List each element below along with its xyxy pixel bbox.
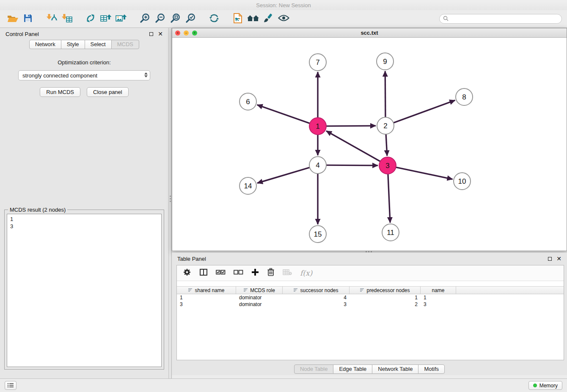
tab-mcds[interactable]: MCDS	[111, 40, 139, 49]
node-15[interactable]: 15	[309, 226, 326, 243]
delete-table-button[interactable]	[283, 269, 292, 277]
vertical-splitter[interactable]	[168, 28, 172, 378]
show-hide-button[interactable]	[276, 12, 291, 26]
import-table-button[interactable]	[59, 12, 74, 26]
table-panel-title: Table Panel	[177, 256, 206, 262]
cell-predecessor-nodes[interactable]: 2	[350, 301, 421, 307]
export-image-button[interactable]	[113, 12, 129, 26]
tab-network[interactable]: Network	[29, 40, 61, 49]
minimize-window-icon[interactable]: −	[184, 30, 189, 36]
network-canvas[interactable]: 1234678910111415	[172, 38, 567, 251]
column-header-mcds-role[interactable]: MCDS role	[236, 287, 283, 294]
zoom-in-button[interactable]	[137, 12, 152, 26]
edge-4-to-3[interactable]	[326, 165, 378, 166]
delete-column-button[interactable]	[267, 268, 275, 278]
tab-network-table[interactable]: Network Table	[372, 364, 418, 374]
cell-successor-nodes[interactable]: 4	[283, 295, 350, 301]
column-header-shared-name[interactable]: shared name	[177, 287, 236, 294]
memory-label: Memory	[539, 383, 558, 389]
cell-shared-name[interactable]: 3	[177, 301, 236, 307]
search-input[interactable]	[451, 16, 558, 22]
criterion-dropdown[interactable]: strongly connected component	[18, 70, 150, 80]
svg-text:4: 4	[316, 161, 319, 169]
edge-2-to-3[interactable]	[386, 134, 387, 156]
paint-style-button[interactable]	[261, 12, 276, 26]
task-history-button[interactable]	[5, 381, 17, 390]
node-6[interactable]: 6	[239, 93, 256, 110]
close-panel-icon[interactable]: ✕	[158, 31, 163, 37]
close-window-icon[interactable]: ×	[175, 30, 180, 36]
node-4[interactable]: 4	[309, 157, 326, 174]
zoom-out-button[interactable]	[152, 12, 168, 26]
node-1[interactable]: 1	[309, 118, 326, 135]
edge-3-to-10[interactable]	[396, 167, 453, 179]
edge-3-to-1[interactable]	[326, 131, 380, 161]
zoom-selected-button[interactable]	[183, 12, 198, 26]
export-image-icon	[115, 13, 127, 25]
column-header-predecessor-nodes[interactable]: predecessor nodes	[350, 287, 421, 294]
column-header-filler	[456, 287, 564, 294]
maximize-window-icon[interactable]: +	[192, 30, 197, 36]
cell-shared-name[interactable]: 1	[177, 295, 236, 301]
column-header-name[interactable]: name	[421, 287, 456, 294]
node-table: shared name MCDS role successor nodes pr…	[177, 286, 564, 308]
float-panel-icon[interactable]	[149, 32, 153, 36]
close-panel-icon[interactable]: ✕	[556, 256, 561, 262]
tab-select[interactable]: Select	[85, 40, 112, 49]
table-row[interactable]: 1 dominator 4 1 1	[177, 294, 564, 301]
cell-mcds-role[interactable]: dominator	[236, 301, 283, 307]
column-header-successor-nodes[interactable]: successor nodes	[283, 287, 350, 294]
cell-predecessor-nodes[interactable]: 1	[350, 295, 421, 301]
edge-4-to-14[interactable]	[257, 168, 310, 183]
save-session-button[interactable]	[20, 12, 36, 26]
import-network-button[interactable]	[44, 12, 59, 26]
cell-name[interactable]: 1	[421, 295, 456, 301]
node-10[interactable]: 10	[454, 173, 471, 190]
node-9[interactable]: 9	[377, 53, 394, 70]
table-row[interactable]: 3 dominator 3 2 3	[177, 301, 564, 308]
network-snapshot-button[interactable]	[230, 12, 245, 26]
tab-edge-table[interactable]: Edge Table	[333, 364, 372, 374]
network-window-titlebar[interactable]: scc.txt × − +	[172, 28, 567, 38]
table-settings-button[interactable]	[183, 268, 191, 278]
tab-motifs[interactable]: Motifs	[418, 364, 445, 374]
deselect-all-columns-button[interactable]	[234, 269, 243, 277]
export-table-button[interactable]	[98, 12, 113, 26]
memory-status-dot	[533, 384, 537, 387]
global-search[interactable]	[439, 14, 562, 24]
first-neighbors-button[interactable]	[245, 12, 261, 26]
edge-1-to-2[interactable]	[326, 126, 376, 126]
add-column-button[interactable]	[251, 268, 259, 278]
float-panel-icon[interactable]	[548, 257, 552, 261]
zoom-selected-icon	[185, 13, 196, 25]
cell-successor-nodes[interactable]: 3	[283, 301, 350, 307]
cell-mcds-role[interactable]: dominator	[236, 295, 283, 301]
table-tabs: Node Table Edge Table Network Table Moti…	[172, 364, 567, 374]
cell-name[interactable]: 3	[421, 301, 456, 307]
node-8[interactable]: 8	[456, 88, 473, 105]
memory-button[interactable]: Memory	[528, 381, 562, 390]
function-builder-button[interactable]: f(x)	[300, 269, 312, 277]
refresh-icon	[209, 13, 220, 25]
zoom-fit-button[interactable]	[168, 12, 183, 26]
node-3[interactable]: 3	[379, 157, 396, 174]
close-panel-button[interactable]: Close panel	[87, 87, 129, 97]
tab-style[interactable]: Style	[61, 40, 85, 49]
tab-node-table[interactable]: Node Table	[294, 364, 334, 374]
edge-3-to-11[interactable]	[388, 174, 390, 223]
run-mcds-button[interactable]: Run MCDS	[40, 87, 80, 97]
node-2[interactable]: 2	[377, 117, 394, 134]
import-table-icon	[61, 13, 73, 25]
trash-icon	[267, 268, 275, 278]
export-network-button[interactable]	[83, 12, 98, 26]
node-11[interactable]: 11	[382, 224, 399, 241]
select-all-columns-button[interactable]	[216, 269, 226, 277]
edge-2-to-8[interactable]	[394, 100, 455, 123]
split-column-button[interactable]	[199, 268, 208, 278]
edge-2-to-9[interactable]	[385, 71, 385, 117]
open-session-button[interactable]	[5, 12, 20, 26]
node-7[interactable]: 7	[309, 54, 326, 71]
node-14[interactable]: 14	[239, 177, 256, 194]
edge-1-to-6[interactable]	[257, 105, 310, 124]
refresh-button[interactable]	[206, 12, 222, 26]
